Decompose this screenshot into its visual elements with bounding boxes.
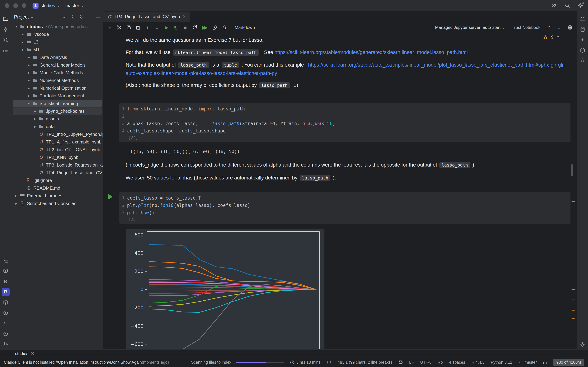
chevron-right-icon[interactable]: ▸: [32, 125, 38, 129]
r-interpreter-selector[interactable]: R 4.4.3: [471, 360, 484, 365]
tree-row[interactable]: ▸.vscode: [11, 30, 103, 38]
tree-row[interactable]: ▸data: [11, 123, 103, 130]
editor-scrollbar[interactable]: [571, 164, 573, 176]
add-cell-button[interactable]: ＋: [106, 23, 114, 32]
tool-tab-studies[interactable]: studies ✕: [15, 351, 34, 356]
structure-tool-icon[interactable]: [1, 46, 10, 54]
todo-tool-icon[interactable]: [1, 256, 10, 264]
chevron-down-icon[interactable]: ▾: [20, 48, 26, 52]
collapse-all-icon[interactable]: [79, 15, 84, 19]
code-line[interactable]: 2plt.plot(np.log10(alphas_lasso), coefs_…: [120, 202, 571, 209]
run-all-cells-button[interactable]: ▶▶: [200, 23, 210, 32]
problems-tool-icon[interactable]: [1, 330, 10, 338]
reader-mode-icon[interactable]: [438, 360, 443, 365]
chevron-down-icon[interactable]: ▾: [26, 101, 32, 106]
chevron-right-icon[interactable]: ▸: [26, 78, 32, 83]
run-cell-and-below-button[interactable]: [172, 23, 180, 32]
markdown-paragraph[interactable]: We will do the same questions as in Exer…: [126, 36, 574, 44]
chevron-right-icon[interactable]: ▸: [26, 71, 32, 75]
tree-row[interactable]: ▸Numerical Optimisation: [11, 84, 103, 92]
warning-stripe-mark[interactable]: [571, 289, 575, 290]
tree-row[interactable]: ▸L3: [11, 38, 103, 46]
run-cell-gutter-icon[interactable]: [108, 194, 113, 200]
next-cell-icon[interactable]: ⌄: [557, 25, 561, 30]
commit-tool-icon[interactable]: [1, 25, 10, 33]
trust-notebook-button[interactable]: Trust Notebook: [512, 25, 540, 30]
tree-row[interactable]: ▸.ipynb_checkpoints: [11, 107, 103, 115]
close-window-button[interactable]: [5, 3, 9, 8]
code-line[interactable]: 2: [120, 113, 571, 120]
code-line[interactable]: 1coefs_lasso = coefs_lasso.T: [120, 194, 571, 202]
tree-row[interactable]: TP4_Ridge_Lasso_and_CV.ip...: [11, 169, 103, 176]
r-console-tool-icon[interactable]: R: [1, 277, 10, 285]
plugins-tool-icon[interactable]: [579, 57, 587, 65]
line-ending-selector[interactable]: LF: [409, 360, 414, 365]
notebook-content[interactable]: 9 ⌃ ⌄ We will do the same questions as i…: [103, 33, 577, 350]
warning-stripe-mark[interactable]: [571, 310, 575, 310]
chevron-right-icon[interactable]: ▸: [26, 63, 32, 67]
run-cell-button[interactable]: ▶: [162, 23, 171, 32]
session-timer[interactable]: 3 hrs 18 mins: [290, 360, 320, 365]
dont-show-again-link[interactable]: Don't Show Again: [110, 360, 142, 365]
tree-row[interactable]: ▸Data Analysis: [11, 53, 103, 61]
chevron-right-icon[interactable]: ▸: [13, 201, 19, 206]
delete-cell-button[interactable]: [221, 23, 229, 32]
chevron-right-icon[interactable]: ▸: [32, 109, 38, 113]
minimize-window-button[interactable]: [13, 3, 18, 8]
more-tools-icon[interactable]: ⋯: [1, 57, 10, 65]
more-vertical-icon[interactable]: ⋮: [88, 15, 92, 19]
terminal-tool-icon[interactable]: [1, 319, 10, 327]
clear-outputs-button[interactable]: [211, 23, 219, 32]
tree-row[interactable]: TP3_Logistic_Regression_ar...: [11, 161, 103, 169]
ai-assistant-icon[interactable]: ✦: [579, 36, 587, 44]
window-controls[interactable]: [5, 3, 26, 8]
services-tool-icon[interactable]: [1, 309, 10, 317]
branch-switcher[interactable]: master ⌄: [65, 3, 84, 8]
code-cell[interactable]: 1from sklearn.linear_model import lasso_…: [119, 103, 571, 142]
project-tool-icon[interactable]: [1, 15, 10, 23]
locate-file-icon[interactable]: [62, 15, 66, 19]
cut-cell-button[interactable]: [115, 23, 123, 32]
warning-stripe-mark[interactable]: [571, 318, 575, 319]
tree-row[interactable]: ▾Statistical Learning: [11, 100, 103, 107]
tree-row[interactable]: ▸General Linear Models: [11, 61, 103, 69]
search-everywhere-icon[interactable]: [564, 3, 570, 8]
browser-preview-icon[interactable]: [567, 25, 573, 30]
version-control-tool-icon[interactable]: [1, 340, 10, 348]
move-cell-up-button[interactable]: ↑: [144, 23, 152, 32]
printer-icon[interactable]: [398, 360, 403, 365]
project-switcher[interactable]: S studies ⌄: [33, 3, 60, 8]
markdown-paragraph[interactable]: For that, we will use sklearn.linear_mod…: [126, 48, 574, 57]
memory-indicator[interactable]: 980 of 4200M: [553, 359, 584, 366]
chevron-right-icon[interactable]: ▸: [13, 194, 19, 198]
packages-tool-icon[interactable]: [1, 267, 10, 275]
paste-cell-button[interactable]: [134, 23, 142, 32]
prev-cell-icon[interactable]: ⌃: [547, 25, 551, 30]
chevron-right-icon[interactable]: ▸: [20, 32, 26, 36]
ide-settings-gear-icon[interactable]: [579, 340, 587, 348]
jupyter-server-dropdown[interactable]: Managed Jupyter server: auto-start ⌄: [435, 25, 505, 30]
tree-row[interactable]: TP2_KNN.ipynb: [11, 153, 103, 161]
indent-selector[interactable]: 4 spaces: [449, 360, 465, 365]
stop-kernel-button[interactable]: ■: [181, 23, 189, 32]
copy-cell-button[interactable]: [125, 23, 133, 32]
tree-row[interactable]: ▾M1: [11, 46, 103, 53]
tree-row[interactable]: ▸assets: [11, 115, 103, 123]
tree-row[interactable]: ▸External Libraries: [11, 192, 103, 200]
tree-row[interactable]: .gitignore: [11, 176, 103, 184]
chevron-down-icon[interactable]: ⌄: [30, 15, 34, 19]
pull-requests-icon[interactable]: [1, 36, 10, 44]
markdown-paragraph[interactable]: (Also : note the shape of the array of c…: [126, 81, 574, 90]
warning-stripe-mark[interactable]: [571, 300, 575, 300]
expand-all-icon[interactable]: [70, 15, 75, 19]
code-with-me-icon[interactable]: [551, 3, 557, 8]
markdown-paragraph[interactable]: Note that the output of lasso_path is a …: [126, 61, 574, 77]
tree-row[interactable]: ▸Portfolio Management: [11, 92, 103, 100]
chevron-right-icon[interactable]: ▸: [26, 86, 32, 90]
sync-status-icon[interactable]: [327, 360, 331, 365]
move-cell-down-button[interactable]: ↓: [153, 23, 161, 32]
tree-row[interactable]: ▸Monte Carlo Methods: [11, 69, 103, 76]
dependencies-tool-icon[interactable]: [579, 46, 587, 54]
settings-icon[interactable]: [578, 3, 583, 8]
code-line[interactable]: 3alphas_lasso, coefs_lasso, _ = lasso_pa…: [120, 120, 571, 127]
